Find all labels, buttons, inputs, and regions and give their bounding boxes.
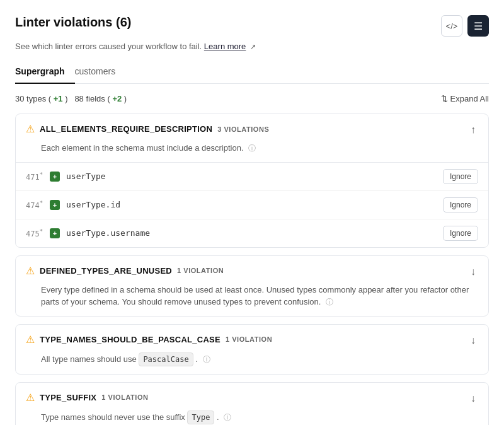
- warning-icon: ⚠: [26, 123, 35, 135]
- expand-all-icon: ⇅: [441, 94, 448, 103]
- external-link-icon: ↗: [250, 43, 256, 51]
- violation-header-type-suffix: ⚠ TYPE_SUFFIX 1 VIOLATION ↓: [16, 383, 488, 410]
- item-left: 471* + userType: [26, 172, 106, 182]
- type-suffix-badge: Type: [187, 410, 214, 424]
- ignore-button-1[interactable]: Ignore: [443, 197, 478, 212]
- violation-desc-all-elements: Each element in the schema must include …: [16, 142, 488, 162]
- info-icon: ⓘ: [326, 298, 333, 306]
- violation-group-all-elements: ⚠ ALL_ELEMENTS_REQUIRE_DESCRIPTION 3 VIO…: [15, 114, 489, 248]
- ignore-button-2[interactable]: Ignore: [443, 226, 478, 241]
- plus-badge: +: [50, 172, 60, 182]
- info-icon: ⓘ: [224, 413, 231, 422]
- expand-button-pascal-case[interactable]: ↓: [468, 334, 478, 347]
- page-container: Linter violations (6) </> ☰ See which li…: [0, 0, 504, 425]
- violation-item: 474* + userType.id Ignore: [16, 191, 488, 219]
- header-row: Linter violations (6) </> ☰: [15, 15, 489, 37]
- violation-group-pascal-case: ⚠ TYPE_NAMES_SHOULD_BE_PASCAL_CASE 1 VIO…: [15, 324, 489, 375]
- stats-text: 30 types ( +1 ) 88 fields ( +2 ): [15, 94, 127, 103]
- warning-icon: ⚠: [26, 392, 35, 404]
- violation-item: 471* + userType Ignore: [16, 163, 488, 191]
- warning-icon: ⚠: [26, 265, 35, 277]
- tabs-bar: Supergraph customers: [15, 61, 489, 84]
- violation-group-type-suffix: ⚠ TYPE_SUFFIX 1 VIOLATION ↓ Type names s…: [15, 382, 489, 426]
- warning-icon: ⚠: [26, 334, 35, 346]
- violation-item: 475* + userType.username Ignore: [16, 219, 488, 247]
- code-icon: </>: [446, 21, 458, 31]
- menu-icon: ☰: [474, 20, 483, 32]
- page-title: Linter violations (6): [15, 15, 131, 30]
- violation-title-row: ⚠ ALL_ELEMENTS_REQUIRE_DESCRIPTION 3 VIO…: [26, 123, 269, 135]
- violation-header-defined-types: ⚠ DEFINED_TYPES_ARE_UNUSED 1 VIOLATION ↓: [16, 256, 488, 284]
- violation-title-row: ⚠ DEFINED_TYPES_ARE_UNUSED 1 VIOLATION: [26, 265, 224, 277]
- violation-group-defined-types: ⚠ DEFINED_TYPES_ARE_UNUSED 1 VIOLATION ↓…: [15, 255, 489, 317]
- pascal-case-badge: PascalCase: [139, 352, 193, 366]
- stats-row: 30 types ( +1 ) 88 fields ( +2 ) ⇅ Expan…: [15, 94, 489, 103]
- info-icon: ⓘ: [248, 144, 256, 153]
- menu-button[interactable]: ☰: [467, 15, 489, 37]
- subtitle: See which linter errors caused your work…: [15, 42, 489, 51]
- violation-title-row: ⚠ TYPE_SUFFIX 1 VIOLATION: [26, 392, 149, 404]
- ignore-button-0[interactable]: Ignore: [443, 169, 478, 184]
- learn-more-link[interactable]: Learn more: [204, 42, 246, 51]
- item-left: 474* + userType.id: [26, 200, 120, 210]
- tab-supergraph[interactable]: Supergraph: [15, 61, 75, 84]
- collapse-button-all-elements[interactable]: ↑: [468, 123, 478, 137]
- violation-items-all-elements: 471* + userType Ignore 474* + userType.i…: [16, 162, 488, 247]
- violation-desc-type-suffix: Type names should never use the suffix T…: [16, 410, 488, 426]
- code-button[interactable]: </>: [441, 15, 462, 37]
- expand-all-button[interactable]: ⇅ Expand All: [441, 94, 489, 103]
- violation-desc-pascal-case: All type names should use PascalCase . ⓘ: [16, 352, 488, 374]
- item-left: 475* + userType.username: [26, 228, 150, 238]
- violation-desc-defined-types: Every type defined in a schema should be…: [16, 284, 488, 316]
- violation-header-all-elements: ⚠ ALL_ELEMENTS_REQUIRE_DESCRIPTION 3 VIO…: [16, 114, 488, 142]
- expand-button-type-suffix[interactable]: ↓: [468, 392, 478, 405]
- info-icon: ⓘ: [203, 355, 210, 364]
- expand-button-defined-types[interactable]: ↓: [468, 265, 478, 279]
- tab-customers[interactable]: customers: [75, 61, 126, 84]
- header-actions: </> ☰: [441, 15, 489, 37]
- plus-badge: +: [50, 200, 60, 210]
- violation-title-row: ⚠ TYPE_NAMES_SHOULD_BE_PASCAL_CASE 1 VIO…: [26, 334, 272, 346]
- violation-header-pascal-case: ⚠ TYPE_NAMES_SHOULD_BE_PASCAL_CASE 1 VIO…: [16, 325, 488, 352]
- plus-badge: +: [50, 228, 60, 238]
